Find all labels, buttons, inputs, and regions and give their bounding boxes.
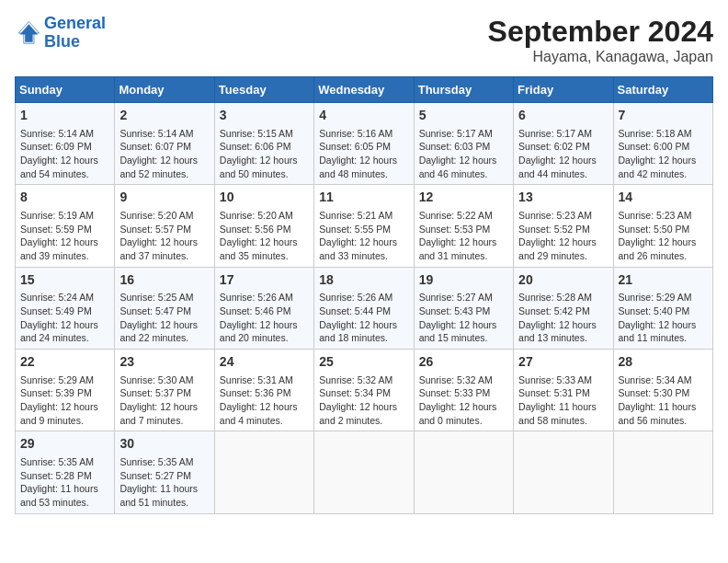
day-number: 7 — [619, 107, 708, 125]
day-info: Sunrise: 5:21 AM Sunset: 5:55 PM Dayligh… — [319, 209, 408, 263]
day-info: Sunrise: 5:29 AM Sunset: 5:39 PM Dayligh… — [20, 373, 109, 428]
calendar-cell: 6Sunrise: 5:17 AM Sunset: 6:02 PM Daylig… — [514, 103, 613, 185]
day-number: 10 — [220, 189, 309, 207]
page-header: General Blue September 2024 Hayama, Kana… — [15, 15, 713, 65]
day-number: 18 — [319, 271, 408, 290]
calendar-cell: 10Sunrise: 5:20 AM Sunset: 5:56 PM Dayli… — [214, 185, 313, 267]
calendar-week-row: 29Sunrise: 5:35 AM Sunset: 5:28 PM Dayli… — [16, 431, 713, 513]
calendar-cell: 2Sunrise: 5:14 AM Sunset: 6:07 PM Daylig… — [115, 103, 214, 185]
day-info: Sunrise: 5:35 AM Sunset: 5:28 PM Dayligh… — [20, 455, 109, 510]
day-number: 19 — [419, 271, 508, 290]
day-number: 2 — [119, 107, 209, 125]
calendar-cell — [514, 431, 613, 513]
day-info: Sunrise: 5:14 AM Sunset: 6:07 PM Dayligh… — [119, 127, 209, 181]
day-number: 20 — [518, 271, 608, 290]
weekday-header: Monday — [115, 77, 214, 103]
day-info: Sunrise: 5:20 AM Sunset: 5:56 PM Dayligh… — [220, 209, 309, 263]
calendar-week-row: 15Sunrise: 5:24 AM Sunset: 5:49 PM Dayli… — [16, 267, 713, 349]
calendar-table: SundayMondayTuesdayWednesdayThursdayFrid… — [15, 76, 713, 514]
calendar-cell: 20Sunrise: 5:28 AM Sunset: 5:42 PM Dayli… — [514, 267, 613, 349]
day-info: Sunrise: 5:32 AM Sunset: 5:33 PM Dayligh… — [419, 373, 508, 428]
day-number: 8 — [20, 189, 109, 207]
calendar-cell: 4Sunrise: 5:16 AM Sunset: 6:05 PM Daylig… — [314, 103, 414, 185]
day-number: 17 — [220, 271, 309, 290]
day-info: Sunrise: 5:17 AM Sunset: 6:03 PM Dayligh… — [419, 127, 508, 181]
day-number: 11 — [319, 189, 408, 207]
weekday-header: Wednesday — [314, 77, 414, 103]
day-number: 16 — [119, 271, 209, 290]
day-number: 27 — [518, 353, 608, 372]
day-number: 30 — [119, 435, 209, 454]
day-number: 29 — [20, 435, 109, 454]
calendar-cell — [613, 431, 712, 513]
calendar-cell — [414, 431, 513, 513]
day-info: Sunrise: 5:25 AM Sunset: 5:47 PM Dayligh… — [119, 291, 209, 345]
calendar-cell: 26Sunrise: 5:32 AM Sunset: 5:33 PM Dayli… — [414, 350, 513, 431]
day-info: Sunrise: 5:23 AM Sunset: 5:52 PM Dayligh… — [518, 209, 608, 263]
day-number: 1 — [20, 107, 109, 125]
day-info: Sunrise: 5:34 AM Sunset: 5:30 PM Dayligh… — [619, 373, 708, 428]
calendar-cell: 15Sunrise: 5:24 AM Sunset: 5:49 PM Dayli… — [16, 267, 115, 349]
weekday-header: Tuesday — [214, 77, 313, 103]
day-info: Sunrise: 5:28 AM Sunset: 5:42 PM Dayligh… — [518, 291, 608, 345]
day-number: 25 — [319, 353, 408, 372]
day-info: Sunrise: 5:35 AM Sunset: 5:27 PM Dayligh… — [119, 455, 209, 510]
day-info: Sunrise: 5:16 AM Sunset: 6:05 PM Dayligh… — [319, 127, 408, 181]
calendar-cell: 3Sunrise: 5:15 AM Sunset: 6:06 PM Daylig… — [214, 103, 313, 185]
calendar-cell: 18Sunrise: 5:26 AM Sunset: 5:44 PM Dayli… — [314, 267, 414, 349]
day-number: 23 — [119, 353, 209, 372]
day-info: Sunrise: 5:33 AM Sunset: 5:31 PM Dayligh… — [518, 373, 608, 428]
calendar-cell: 27Sunrise: 5:33 AM Sunset: 5:31 PM Dayli… — [514, 350, 613, 431]
logo-icon — [15, 20, 40, 46]
day-info: Sunrise: 5:20 AM Sunset: 5:57 PM Dayligh… — [119, 209, 209, 263]
logo: General Blue — [15, 15, 106, 52]
calendar-header: SundayMondayTuesdayWednesdayThursdayFrid… — [16, 77, 713, 103]
day-number: 28 — [619, 353, 708, 372]
day-info: Sunrise: 5:17 AM Sunset: 6:02 PM Dayligh… — [518, 127, 608, 181]
month-title: September 2024 — [488, 15, 713, 49]
day-info: Sunrise: 5:29 AM Sunset: 5:40 PM Dayligh… — [619, 291, 708, 345]
day-info: Sunrise: 5:22 AM Sunset: 5:53 PM Dayligh… — [419, 209, 508, 263]
day-info: Sunrise: 5:19 AM Sunset: 5:59 PM Dayligh… — [20, 209, 109, 263]
day-info: Sunrise: 5:27 AM Sunset: 5:43 PM Dayligh… — [419, 291, 508, 345]
day-info: Sunrise: 5:15 AM Sunset: 6:06 PM Dayligh… — [220, 127, 309, 181]
day-number: 26 — [419, 353, 508, 372]
calendar-cell — [214, 431, 313, 513]
weekday-header: Friday — [514, 77, 613, 103]
logo-text: General Blue — [44, 15, 106, 52]
calendar-cell: 24Sunrise: 5:31 AM Sunset: 5:36 PM Dayli… — [214, 350, 313, 431]
day-info: Sunrise: 5:32 AM Sunset: 5:34 PM Dayligh… — [319, 373, 408, 428]
calendar-cell — [314, 431, 414, 513]
day-info: Sunrise: 5:24 AM Sunset: 5:49 PM Dayligh… — [20, 291, 109, 345]
calendar-cell: 28Sunrise: 5:34 AM Sunset: 5:30 PM Dayli… — [613, 350, 712, 431]
calendar-cell: 25Sunrise: 5:32 AM Sunset: 5:34 PM Dayli… — [314, 350, 414, 431]
day-number: 21 — [619, 271, 708, 290]
calendar-week-row: 22Sunrise: 5:29 AM Sunset: 5:39 PM Dayli… — [16, 350, 713, 431]
day-number: 14 — [619, 189, 708, 207]
calendar-cell: 16Sunrise: 5:25 AM Sunset: 5:47 PM Dayli… — [115, 267, 214, 349]
day-info: Sunrise: 5:30 AM Sunset: 5:37 PM Dayligh… — [119, 373, 209, 428]
calendar-week-row: 1Sunrise: 5:14 AM Sunset: 6:09 PM Daylig… — [16, 103, 713, 185]
day-info: Sunrise: 5:31 AM Sunset: 5:36 PM Dayligh… — [220, 373, 309, 428]
day-info: Sunrise: 5:18 AM Sunset: 6:00 PM Dayligh… — [619, 127, 708, 181]
weekday-row: SundayMondayTuesdayWednesdayThursdayFrid… — [16, 77, 713, 103]
title-block: September 2024 Hayama, Kanagawa, Japan — [488, 15, 713, 65]
calendar-cell: 9Sunrise: 5:20 AM Sunset: 5:57 PM Daylig… — [115, 185, 214, 267]
calendar-cell: 19Sunrise: 5:27 AM Sunset: 5:43 PM Dayli… — [414, 267, 513, 349]
calendar-cell: 8Sunrise: 5:19 AM Sunset: 5:59 PM Daylig… — [16, 185, 115, 267]
day-number: 5 — [419, 107, 508, 125]
day-number: 22 — [20, 353, 109, 372]
calendar-cell: 13Sunrise: 5:23 AM Sunset: 5:52 PM Dayli… — [514, 185, 613, 267]
day-info: Sunrise: 5:14 AM Sunset: 6:09 PM Dayligh… — [20, 127, 109, 181]
calendar-cell: 7Sunrise: 5:18 AM Sunset: 6:00 PM Daylig… — [613, 103, 712, 185]
location-title: Hayama, Kanagawa, Japan — [488, 49, 713, 65]
weekday-header: Saturday — [613, 77, 712, 103]
day-number: 24 — [220, 353, 309, 372]
calendar-cell: 11Sunrise: 5:21 AM Sunset: 5:55 PM Dayli… — [314, 185, 414, 267]
calendar-cell: 22Sunrise: 5:29 AM Sunset: 5:39 PM Dayli… — [16, 350, 115, 431]
day-number: 3 — [220, 107, 309, 125]
calendar-cell: 12Sunrise: 5:22 AM Sunset: 5:53 PM Dayli… — [414, 185, 513, 267]
day-number: 9 — [119, 189, 209, 207]
day-info: Sunrise: 5:26 AM Sunset: 5:46 PM Dayligh… — [220, 291, 309, 345]
calendar-cell: 17Sunrise: 5:26 AM Sunset: 5:46 PM Dayli… — [214, 267, 313, 349]
